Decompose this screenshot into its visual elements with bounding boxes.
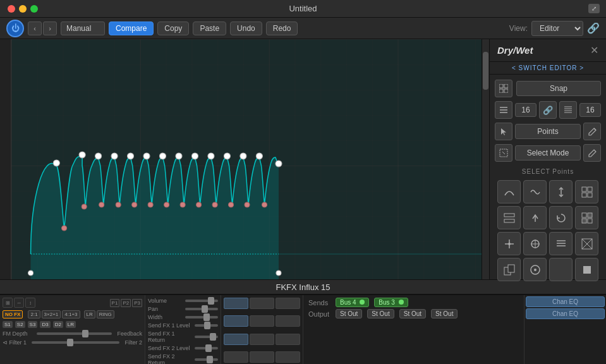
st-out-3[interactable]: St Out (399, 309, 426, 318)
pt-grid-row[interactable] (497, 206, 521, 229)
grid-icon-button[interactable] (495, 80, 512, 97)
fx-btn-9[interactable] (276, 334, 300, 345)
pt-grid-all[interactable] (575, 180, 598, 203)
ring-label[interactable]: RING (97, 310, 114, 318)
daw-eq-area: Chan EQ Chan EQ (524, 295, 606, 364)
filter1-slider[interactable] (32, 341, 119, 344)
pt-curve-smooth[interactable] (497, 180, 521, 203)
svg-point-10 (159, 153, 166, 159)
width-slider[interactable] (185, 316, 218, 318)
chan-eq-2-button[interactable]: Chan EQ (526, 308, 605, 319)
pt-grid-alt[interactable] (575, 206, 598, 229)
pt-lines[interactable] (549, 232, 573, 255)
points-button[interactable]: Points (515, 124, 581, 139)
fx-btn-3[interactable] (276, 298, 300, 309)
link-icon[interactable]: 🔗 (587, 22, 600, 34)
send-fx2-slider[interactable] (195, 347, 218, 349)
undo-button[interactable]: Undo (230, 21, 262, 35)
pt-rotate[interactable] (549, 206, 573, 229)
pan-slider[interactable] (185, 308, 218, 310)
copy-button[interactable]: Copy (157, 21, 189, 35)
pt-move-up[interactable] (523, 206, 547, 229)
snap-button[interactable]: Snap (516, 81, 601, 96)
num-left-input[interactable]: 16 (515, 103, 536, 117)
svg-point-14 (224, 153, 230, 159)
restore-button[interactable]: ⤢ (588, 4, 600, 13)
paste-button[interactable]: Paste (193, 21, 226, 35)
compare-button[interactable]: Compare (109, 21, 154, 35)
bus3-badge[interactable]: Bus 3 (374, 298, 408, 307)
select-mode-button[interactable]: Select Mode (515, 145, 581, 161)
st-out-4[interactable]: St Out (431, 309, 458, 318)
no-fx-label[interactable]: NO FX (3, 310, 23, 318)
st-out-2[interactable]: St Out (367, 309, 394, 318)
fx-btn-10[interactable] (224, 351, 248, 363)
bus4-badge[interactable]: Bus 4 (336, 298, 369, 307)
scroll-thumb[interactable] (483, 52, 488, 90)
mini-grid-icon[interactable]: ⊞ (3, 298, 13, 308)
send-fx2-return-slider[interactable] (195, 358, 218, 361)
fm-depth-label: FM Depth (3, 331, 34, 337)
editor-area[interactable] (11, 39, 482, 279)
switch-editor-button[interactable]: < SWITCH EDITOR > (490, 62, 606, 75)
minimize-button[interactable] (19, 5, 27, 13)
fx-btn-5[interactable] (250, 315, 274, 327)
fx-label1[interactable]: 2:1 (28, 310, 40, 318)
fx-btn-6[interactable] (276, 315, 300, 327)
mini-icon3[interactable]: ↕ (25, 298, 35, 308)
view-select[interactable]: Editor (531, 21, 583, 36)
close-button[interactable] (8, 5, 15, 13)
pt-empty[interactable] (549, 258, 573, 281)
pt-move-vertical[interactable] (549, 180, 573, 203)
maximize-button[interactable] (30, 5, 38, 13)
fx-num1: P1 (110, 299, 120, 307)
pt-move-cross[interactable] (497, 232, 521, 255)
nav-back-button[interactable]: ‹ (28, 21, 42, 35)
pt-square[interactable] (575, 258, 598, 281)
lines-right-button[interactable] (559, 101, 577, 119)
fx-label3[interactable]: 4:1+3 (62, 310, 80, 318)
cursor-button[interactable] (495, 123, 512, 140)
svg-point-28 (228, 202, 233, 207)
automation-canvas[interactable] (11, 39, 482, 279)
send-fx1-return-slider[interactable] (195, 336, 218, 338)
lines-left-button[interactable] (495, 101, 512, 119)
fx-btn-1[interactable] (224, 298, 248, 309)
fm-depth-slider[interactable] (37, 332, 112, 335)
st-out-1[interactable]: St Out (336, 309, 362, 318)
fx-btn-12[interactable] (276, 351, 300, 363)
select-pencil-button[interactable] (583, 144, 601, 162)
send-fx1-slider[interactable] (195, 324, 218, 327)
fx-btn-11[interactable] (250, 351, 274, 363)
select-mode-row: Select Mode (495, 144, 601, 162)
pt-copy-box[interactable] (497, 258, 521, 281)
select-points-label: SELECT Points (495, 166, 601, 176)
pencil-button[interactable] (583, 123, 601, 140)
panel-close-button[interactable]: ✕ (590, 44, 598, 56)
redo-button[interactable]: Redo (266, 21, 298, 35)
nav-forward-button[interactable]: › (43, 21, 57, 35)
width-row: Width (148, 314, 218, 320)
feedback-label: Feedback (117, 331, 142, 337)
vertical-scrollbar[interactable] (482, 39, 489, 279)
pt-move-cross2[interactable] (523, 232, 547, 255)
title-bar-right: ⤢ (588, 4, 600, 13)
svg-rect-74 (508, 265, 514, 272)
pt-grid-x[interactable] (575, 232, 598, 255)
fx-btn-8[interactable] (250, 334, 274, 345)
select-icon-button[interactable] (495, 144, 512, 162)
power-button[interactable]: ⏻ (6, 20, 24, 37)
pt-circle[interactable] (523, 258, 547, 281)
fx-btn-2[interactable] (250, 298, 274, 309)
link-button[interactable]: 🔗 (539, 101, 557, 119)
routing-label[interactable]: LR (84, 310, 95, 318)
fx-label2[interactable]: 3×2+1 (42, 310, 61, 318)
fx-btn-4[interactable] (224, 315, 248, 327)
volume-slider[interactable] (185, 300, 218, 302)
mini-icon2[interactable]: ↔ (14, 298, 24, 308)
chan-eq-1-button[interactable]: Chan EQ (526, 296, 605, 307)
num-right-input[interactable]: 16 (579, 103, 601, 117)
fx-btn-7[interactable] (224, 334, 248, 345)
pt-curve-wave[interactable] (523, 180, 547, 203)
manual-select[interactable]: Manual (61, 21, 105, 35)
